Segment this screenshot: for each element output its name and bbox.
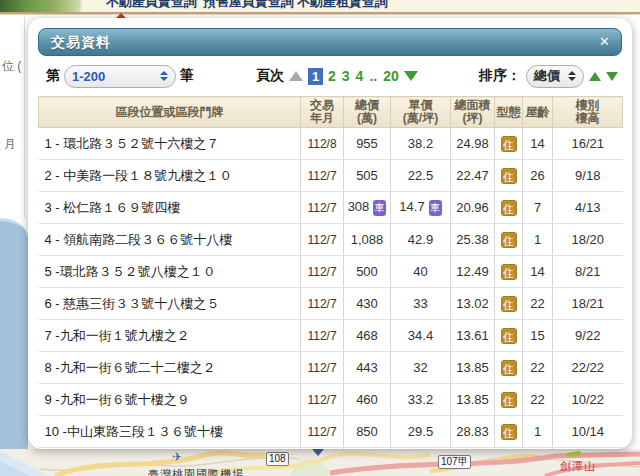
age-cell: 7 (523, 192, 553, 224)
date-cell: 112/7 (301, 320, 344, 352)
map-mountain-label: 劍潭山 (560, 459, 596, 474)
date-cell: 112/7 (301, 192, 344, 224)
pager-page[interactable]: 20 (383, 68, 399, 84)
map-airport-label: 臺灣桃園國際機場 (148, 467, 244, 476)
age-cell: 14 (523, 128, 553, 160)
unit-price-cell: 32 (391, 352, 451, 384)
total-price-cell: 308車 (344, 192, 391, 224)
address-cell: 8 -九和一街６號二十二樓之２ (39, 352, 301, 384)
address-cell: 3 - 松仁路１６９號四樓 (39, 192, 301, 224)
date-cell: 112/7 (301, 384, 344, 416)
empty-cell (451, 448, 495, 450)
area-cell: 13.85 (451, 352, 495, 384)
type-badge: 住 (501, 136, 517, 152)
floor-cell: 18/20 (553, 224, 623, 256)
tab-sale[interactable]: 不動產買賣查詢 (106, 0, 197, 11)
area-cell: 28.83 (451, 416, 495, 448)
pager-page-current[interactable]: 1 (308, 68, 323, 85)
road-shield: 107甲 (438, 455, 471, 469)
pager-page[interactable]: .. (369, 68, 377, 84)
record-range-select[interactable]: 1-200 (64, 65, 176, 88)
pager-prev-icon[interactable] (289, 71, 303, 81)
type-cell: 住 (495, 320, 523, 352)
map-graphic (0, 449, 640, 476)
table-row[interactable]: 2 - 中美路一段１８號九樓之１０112/750522.522.47住269/1… (39, 160, 623, 192)
area-cell: 24.98 (451, 128, 495, 160)
table-row[interactable]: 7 -九和一街１號九樓之２112/746834.413.61住159/22 (39, 320, 623, 352)
age-cell: 1 (523, 224, 553, 256)
table-row[interactable]: 9 -九和一街６號十樓之９112/746033.213.85住2210/22 (39, 384, 623, 416)
pager-next-icon[interactable] (404, 71, 418, 81)
pager-page[interactable]: 4 (356, 68, 364, 84)
pager-page[interactable]: 2 (328, 68, 336, 84)
total-price-cell: 468 (344, 320, 391, 352)
sort-desc-icon[interactable] (606, 72, 618, 81)
age-cell: 22 (523, 352, 553, 384)
sort-group: 排序： 總價 (479, 65, 618, 88)
date-cell: 112/7 (301, 352, 344, 384)
area-cell: 13.85 (451, 384, 495, 416)
table-row[interactable]: 4 - 領航南路二段３６６號十八樓112/71,08842.925.38住118… (39, 224, 623, 256)
floor-cell: 10/14 (553, 416, 623, 448)
type-cell: 住 (495, 160, 523, 192)
table-row[interactable]: 5 -環北路３５２號八樓之１０112/75004012.49住148/21 (39, 256, 623, 288)
type-cell: 住 (495, 288, 523, 320)
age-cell: 26 (523, 160, 553, 192)
controls-row: 第 1-200 筆 頁次 1 234..20 排序： 總價 (38, 56, 622, 96)
table-row[interactable]: 1 - 環北路３５２號十六樓之７112/895538.224.98住1416/2… (39, 128, 623, 160)
sort-select[interactable]: 總價 (526, 65, 584, 88)
table-header-cell: 區段位置或區段門牌 (39, 97, 301, 128)
area-cell: 12.49 (451, 256, 495, 288)
total-price-cell: 850 (344, 416, 391, 448)
address-cell: 10 -中山東路三段１３６號十樓 (39, 416, 301, 448)
record-range-value: 1-200 (72, 69, 105, 84)
map-water-area (0, 218, 28, 453)
transaction-data-dialog: 交易資料 ✕ 第 1-200 筆 頁次 1 234..20 排序： 總價 (28, 18, 632, 449)
type-cell: 住 (495, 416, 523, 448)
table-row[interactable]: 3 - 松仁路１６９號四樓112/7308車14.7車20.96住74/13 (39, 192, 623, 224)
top-tab-bar: 不動產買賣查詢 預售屋買賣查詢 不動產租賃查詢 (0, 0, 640, 14)
pager-label: 頁次 (256, 67, 284, 85)
age-cell: 22 (523, 288, 553, 320)
empty-cell (301, 448, 344, 450)
date-cell: 112/7 (301, 160, 344, 192)
type-badge: 住 (501, 168, 517, 184)
floor-cell: 4/13 (553, 192, 623, 224)
total-price-cell: 460 (344, 384, 391, 416)
type-cell: 住 (495, 256, 523, 288)
empty-cell (495, 448, 523, 450)
table-row[interactable]: 6 - 慈惠三街３３號十八樓之５112/74303313.02住2218/21 (39, 288, 623, 320)
age-cell: 15 (523, 320, 553, 352)
table-row[interactable]: 10 -中山東路三段１３６號十樓112/785029.528.83住110/14 (39, 416, 623, 448)
total-price-cell: 443 (344, 352, 391, 384)
tab-rent[interactable]: 不動產租賃查詢 (297, 0, 388, 11)
date-cell: 112/7 (301, 256, 344, 288)
sort-asc-icon[interactable] (589, 72, 601, 81)
table-header-cell: 型態 (495, 97, 523, 128)
type-cell: 住 (495, 384, 523, 416)
pager: 頁次 1 234..20 (256, 67, 418, 85)
dialog-title: 交易資料 (39, 29, 621, 55)
unit-price-cell: 33 (391, 288, 451, 320)
record-range-group: 第 1-200 筆 (46, 65, 194, 88)
date-cell: 112/7 (301, 416, 344, 448)
total-price-cell: 1,088 (344, 224, 391, 256)
tab-presale[interactable]: 預售屋買賣查詢 (203, 0, 294, 11)
table-header-cell: 樓別樓高 (553, 97, 623, 128)
sort-label: 排序： (479, 67, 521, 85)
unit-price-cell: 42.9 (391, 224, 451, 256)
car-badge: 車 (429, 200, 442, 216)
pager-page[interactable]: 3 (342, 68, 350, 84)
type-badge: 住 (501, 296, 517, 312)
close-icon[interactable]: ✕ (599, 29, 610, 55)
floor-cell: 9/18 (553, 160, 623, 192)
age-cell: 22 (523, 384, 553, 416)
table-row[interactable]: 8 -九和一街６號二十二樓之２112/74433213.85住2222/22 (39, 352, 623, 384)
table-header-cell: 屋齡 (523, 97, 553, 128)
pager-pages: 234..20 (328, 68, 399, 84)
unit-price-cell: 22.5 (391, 160, 451, 192)
floor-cell: 18/21 (553, 288, 623, 320)
background-map (0, 449, 640, 476)
table-header-cell: 交易年月 (301, 97, 344, 128)
address-cell: 6 - 慈惠三街３３號十八樓之５ (39, 288, 301, 320)
